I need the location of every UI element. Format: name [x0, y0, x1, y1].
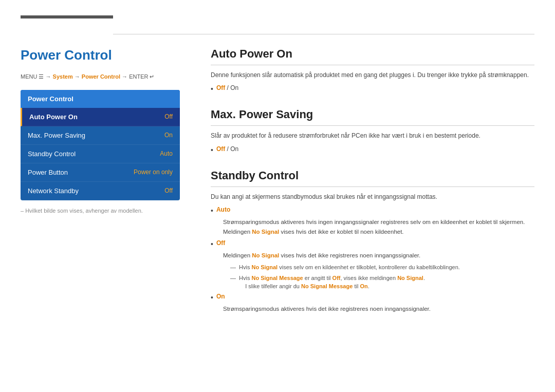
bullet-dot: • — [211, 145, 213, 155]
menu-item-label: Auto Power On — [29, 113, 78, 121]
bullet-max-power-saving-off-on: • Off / On — [211, 145, 534, 155]
bullet-text: Off / On — [216, 145, 238, 153]
enter-icon: ↵ — [150, 73, 154, 80]
menu-path-sep2: → — [75, 73, 82, 80]
menu-item-value: Power on only — [134, 169, 173, 176]
menu-path-sep3: → ENTER — [122, 73, 150, 80]
divider — [211, 125, 534, 126]
sub-sub-bullet-1: — Hvis No Signal vises selv om en kildee… — [230, 263, 534, 272]
menu-icon: ☰ — [39, 73, 44, 80]
bullet-text: On — [216, 293, 225, 300]
section-desc-standby-control: Du kan angi at skjermens standbymodus sk… — [211, 192, 534, 202]
menu-path-sep1: → — [46, 73, 53, 80]
menu-item-label: Max. Power Saving — [28, 132, 85, 139]
bullet-text: Off — [216, 239, 225, 247]
separator: / On — [227, 145, 239, 153]
accent-off: Off — [216, 145, 225, 153]
no-signal-accent: No Signal — [251, 264, 278, 270]
menu-item-network-standby[interactable]: Network Standby Off — [21, 182, 180, 200]
section-title-auto-power-on: Auto Power On — [211, 47, 534, 61]
sub-bullet-on-desc: Strømsparingsmodus aktiveres hvis det ik… — [223, 304, 534, 313]
bullet-auto-power-on-off-on: • Off / On — [211, 84, 534, 94]
section-desc-max-power-saving: Slår av produktet for å redusere strømfo… — [211, 131, 534, 141]
bullet-dot: • — [211, 239, 213, 249]
menu-item-max-power-saving[interactable]: Max. Power Saving On — [21, 126, 180, 145]
sub-bullet-off-desc: Meldingen No Signal vises hvis det ikke … — [223, 251, 534, 260]
sub-sub-text: Hvis No Signal Message er angitt til Off… — [239, 274, 425, 291]
separator: / On — [227, 84, 239, 91]
sub-bullet-auto-desc: Strømsparingsmodus aktiveres hvis ingen … — [223, 217, 534, 236]
no-signal-message-accent: No Signal Message — [251, 275, 303, 281]
bullet-dot: • — [211, 84, 213, 94]
menu-path: MENU ☰ → System → Power Control → ENTER … — [21, 72, 180, 82]
menu-item-value: Auto — [160, 150, 173, 157]
section-title-max-power-saving: Max. Power Saving — [211, 108, 534, 121]
menu-item-value: Off — [164, 187, 173, 194]
divider — [211, 65, 534, 65]
menu-item-value: On — [164, 132, 173, 139]
section-title-standby-control: Standby Control — [211, 169, 534, 182]
dash: — — [230, 274, 236, 283]
menu-item-standby-control[interactable]: Standby Control Auto — [21, 145, 180, 163]
bullet-standby-off: • Off — [211, 239, 534, 249]
sub-bullet-text: Meldingen No Signal vises hvis det ikke … — [223, 251, 420, 260]
menu-item-power-button[interactable]: Power Button Power on only — [21, 163, 180, 182]
accent-off: Off — [216, 84, 225, 91]
right-panel: Auto Power On Denne funksjonen slår auto… — [200, 47, 534, 328]
sub-sub-bullet-2: — Hvis No Signal Message er angitt til O… — [230, 274, 534, 291]
on-accent: On — [360, 283, 367, 289]
no-signal-accent: No Signal — [252, 252, 279, 258]
sub-bullet-text: Strømsparingsmodus aktiveres hvis det ik… — [223, 304, 431, 313]
menu-path-system: System — [53, 73, 73, 80]
bullet-standby-auto: • Auto — [211, 206, 534, 215]
sub-bullet-text: Strømsparingsmodus aktiveres hvis ingen … — [223, 217, 525, 236]
section-auto-power-on: Auto Power On Denne funksjonen slår auto… — [211, 47, 534, 94]
section-max-power-saving: Max. Power Saving Slår av produktet for … — [211, 108, 534, 154]
menu-path-prefix: MENU — [21, 73, 37, 80]
menu-item-label: Power Button — [28, 169, 68, 176]
bullet-dot: • — [211, 293, 213, 302]
menu-item-label: Network Standby — [28, 187, 79, 195]
page-title: Power Control — [21, 47, 180, 63]
bullet-dot: • — [211, 206, 213, 215]
accent-auto: Auto — [216, 206, 230, 213]
accent-off: Off — [216, 239, 225, 247]
bullet-standby-on: • On — [211, 293, 534, 302]
section-standby-control: Standby Control Du kan angi at skjermens… — [211, 169, 534, 314]
menu-item-label: Standby Control — [28, 150, 76, 158]
menu-box: Power Control Auto Power On Off Max. Pow… — [21, 90, 180, 200]
sub-sub-text: Hvis No Signal vises selv om en kildeenh… — [239, 263, 460, 272]
section-desc-auto-power-on: Denne funksjonen slår automatisk på prod… — [211, 70, 534, 80]
menu-item-value: Off — [164, 113, 173, 120]
menu-path-control: Power Control — [82, 73, 120, 80]
no-signal-accent: No Signal — [252, 229, 279, 235]
top-line — [113, 34, 534, 34]
bullet-text: Off / On — [216, 84, 238, 91]
divider — [211, 186, 534, 187]
accent-on: On — [216, 293, 225, 300]
no-signal-msg-accent: No Signal Message — [301, 283, 353, 289]
menu-item-auto-power-on[interactable]: Auto Power On Off — [21, 108, 180, 126]
footnote: – Hvilket bilde som vises, avhenger av m… — [21, 208, 180, 214]
dash: — — [230, 263, 236, 272]
no-signal-accent2: No Signal — [397, 275, 423, 281]
top-bar — [21, 15, 113, 18]
left-panel: Power Control MENU ☰ → System → Power Co… — [21, 47, 180, 328]
menu-box-title: Power Control — [21, 90, 180, 108]
bullet-text: Auto — [216, 206, 230, 213]
off-accent: Off — [332, 275, 341, 281]
